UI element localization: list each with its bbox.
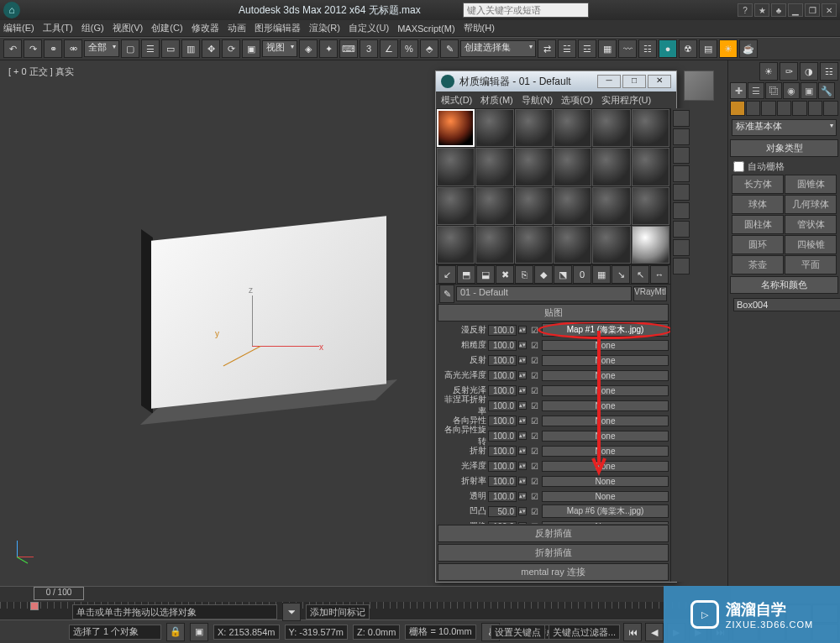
show-end-button[interactable]: ↘ [612, 265, 630, 284]
map-slot-button[interactable]: None [542, 385, 669, 396]
percent-snap[interactable]: % [400, 39, 418, 58]
time-marker[interactable] [30, 602, 39, 610]
btn-cylinder[interactable]: 圆柱体 [732, 215, 784, 234]
menu-animation[interactable]: 动画 [228, 22, 246, 34]
sample-uv-button[interactable] [673, 165, 690, 182]
sub-helpers[interactable] [792, 101, 807, 116]
schematic-button[interactable]: ☷ [638, 39, 657, 58]
rollout-mr[interactable]: mental ray 连接 [438, 563, 669, 581]
mat-slot[interactable] [515, 187, 553, 225]
map-slot-button[interactable]: None [542, 340, 669, 351]
snap-toggle[interactable]: 3 [360, 39, 378, 58]
help-search-input[interactable] [463, 3, 589, 18]
angle-snap[interactable]: ∠ [380, 39, 398, 58]
map-spinner[interactable]: ▴▾ [518, 431, 527, 440]
mat-menu-mode[interactable]: 模式(D) [441, 94, 472, 107]
mat-max-button[interactable]: □ [622, 75, 646, 88]
sun-icon[interactable]: ☀ [759, 62, 778, 81]
mat-slot[interactable] [554, 109, 591, 147]
map-slot-button[interactable]: None [542, 461, 669, 472]
menu-graph[interactable]: 图形编辑器 [255, 22, 301, 34]
ref-coord-dropdown[interactable]: 视图 [262, 40, 297, 57]
render-button[interactable]: ☀ [719, 39, 738, 58]
mat-map-nav-button[interactable] [673, 258, 690, 274]
mat-slot[interactable] [437, 187, 475, 225]
background-button[interactable] [673, 147, 690, 164]
mat-slot[interactable] [475, 148, 513, 186]
transform-gizmo[interactable]: x y z [218, 295, 319, 379]
select-region-button[interactable]: ▭ [161, 39, 180, 58]
map-spinner[interactable]: ▴▾ [518, 462, 527, 470]
mat-slot[interactable] [475, 226, 513, 264]
put-to-scene-button[interactable]: ⬒ [457, 265, 475, 284]
graphite-button[interactable]: ▦ [598, 39, 617, 58]
map-slot-button[interactable]: None [542, 431, 669, 442]
curve-editor-button[interactable]: 〰 [618, 39, 637, 58]
btn-plane[interactable]: 平面 [785, 255, 837, 274]
go-sibling-button[interactable]: ↔ [650, 265, 669, 284]
map-amount[interactable]: 100.0 [488, 416, 517, 426]
map-amount[interactable]: 100.0 [488, 370, 517, 381]
render-setup-button[interactable]: ☢ [679, 39, 697, 58]
put-to-lib-button[interactable]: ⬔ [554, 265, 572, 284]
menu-help[interactable]: 帮助(H) [464, 22, 495, 34]
map-check[interactable]: ☑ [528, 371, 540, 380]
teapot-button[interactable]: ☕ [739, 39, 758, 58]
map-check[interactable]: ☑ [528, 326, 540, 335]
map-amount[interactable]: 100.0 [488, 355, 517, 366]
rollout-refl[interactable]: 反射插值 [438, 525, 669, 542]
lock-selection-button[interactable]: 🔒 [166, 623, 185, 641]
options-button[interactable] [673, 221, 690, 238]
isolate-button[interactable]: ▣ [190, 623, 208, 641]
menu-modifiers[interactable]: 修改器 [192, 22, 219, 34]
mat-menu-utils[interactable]: 实用程序(U) [601, 94, 651, 107]
viewcube[interactable] [679, 65, 721, 107]
btn-torus[interactable]: 圆环 [732, 235, 784, 254]
map-check[interactable]: ☑ [528, 431, 540, 441]
keyboard-button[interactable]: ⌨ [339, 39, 358, 58]
select-by-mat-button[interactable] [673, 239, 690, 256]
mat-menu-material[interactable]: 材质(M) [480, 94, 513, 107]
viewport-label[interactable]: [ + 0 正交 ] 真实 [8, 65, 74, 78]
map-slot-button[interactable]: None [542, 446, 669, 457]
align-button[interactable]: ☱ [558, 39, 576, 58]
section-name-color[interactable]: 名称和颜色 [730, 276, 838, 294]
select-name-button[interactable]: ☰ [141, 39, 160, 58]
map-slot-button[interactable]: Map #1 (海棠木..jpg) [542, 323, 669, 337]
menu-create[interactable]: 创建(C) [151, 22, 182, 34]
map-spinner[interactable]: ▴▾ [518, 492, 527, 500]
spinner-snap[interactable]: ⬘ [420, 39, 438, 58]
mat-slot[interactable] [437, 148, 475, 186]
rotate-button[interactable]: ⟳ [222, 39, 240, 58]
coord-z[interactable]: Z: 0.0mm [353, 625, 400, 640]
map-spinner[interactable]: ▴▾ [518, 341, 527, 349]
scale-button[interactable]: ▣ [242, 39, 260, 58]
material-editor-button[interactable]: ● [659, 39, 677, 58]
mat-slot[interactable] [632, 187, 669, 225]
mat-slot-1[interactable] [437, 109, 475, 147]
map-check[interactable]: ☑ [528, 462, 540, 471]
map-amount[interactable]: 100.0 [488, 461, 517, 472]
map-check[interactable]: ☑ [528, 386, 540, 395]
map-check[interactable]: ☑ [528, 492, 540, 501]
tab-motion[interactable]: ◉ [783, 82, 800, 99]
mat-slot[interactable] [592, 148, 630, 186]
btn-sphere[interactable]: 球体 [732, 195, 784, 214]
tab-utilities[interactable]: 🔧 [818, 82, 835, 99]
map-slot-button[interactable]: None [542, 400, 669, 411]
autogrid-checkbox[interactable] [733, 161, 744, 172]
time-tag-button[interactable]: ⏷ [282, 603, 301, 621]
mat-slot[interactable] [632, 109, 669, 147]
named-sel-set[interactable]: 创建选择集 [460, 40, 536, 57]
mat-slot[interactable] [632, 148, 669, 186]
btn-box[interactable]: 长方体 [732, 175, 784, 194]
mirror-button[interactable]: ⇄ [538, 39, 556, 58]
map-check[interactable]: ☑ [528, 477, 540, 486]
prev-frame-button[interactable]: ◀ [645, 623, 664, 641]
assign-button[interactable]: ⬓ [476, 265, 495, 284]
menu-group[interactable]: 组(G) [81, 22, 104, 34]
compass-icon[interactable]: ✑ [780, 62, 798, 81]
section-object-type[interactable]: 对象类型 [730, 139, 838, 157]
rollout-refr[interactable]: 折射插值 [438, 544, 669, 562]
map-spinner[interactable]: ▴▾ [518, 386, 527, 395]
